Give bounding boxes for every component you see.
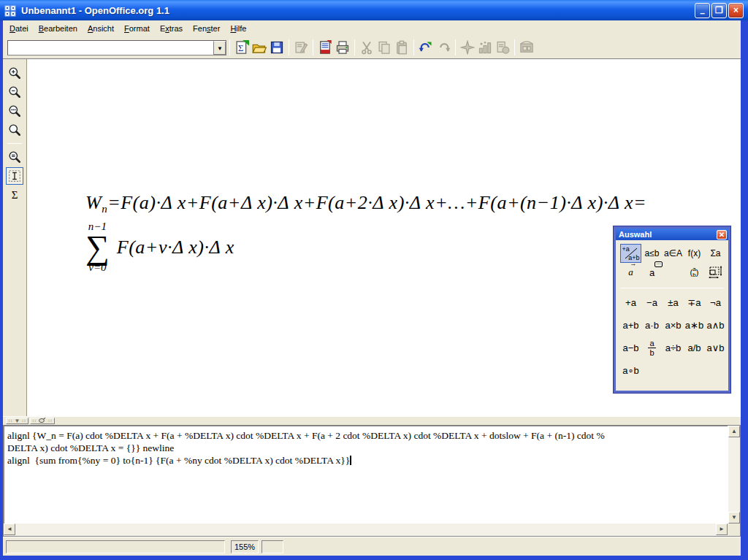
category-relations[interactable]: a≤b <box>641 244 663 263</box>
toolbar-separator <box>354 39 355 55</box>
scroll-right-icon[interactable]: ► <box>716 523 728 535</box>
formula-line-1: Wn=F(a)·Δ x+F(a+Δ x)·Δ x+F(a+2·Δ x)·Δ x+… <box>85 192 646 215</box>
palette-body: +a a+b a≤b a∈A f(x) Σa →a a⋯ (ab) <box>616 240 728 391</box>
cut-button <box>358 39 375 56</box>
symbol-a-minus-b[interactable]: a−b <box>620 337 641 359</box>
status-panel-mode <box>262 540 283 553</box>
menu-fenster[interactable]: Fenster <box>188 22 225 35</box>
scrollbar-corner <box>728 523 740 536</box>
zoom-100-button[interactable] <box>6 102 23 120</box>
insert-symbols-button <box>476 39 494 56</box>
command-vertical-scrollbar[interactable]: ▲ ▼ <box>728 426 740 523</box>
category-others[interactable]: a⋯ <box>641 263 663 282</box>
category-functions[interactable]: f(x) <box>684 244 705 263</box>
toolbar-separator <box>455 39 456 55</box>
menu-bearbeiten[interactable]: Bearbeiten <box>34 22 83 35</box>
toolbar-separator <box>413 39 414 55</box>
symbol-a-or-b[interactable]: a∨b <box>705 337 726 359</box>
symbol-minus-a[interactable]: −a <box>641 291 663 314</box>
zoom-in-button[interactable] <box>6 64 23 82</box>
function-toolbar: ▼ Σ <box>3 37 741 58</box>
status-panel-main <box>6 540 225 553</box>
palette-close-icon[interactable]: ✕ <box>717 230 727 239</box>
status-bar: 155% <box>3 537 741 556</box>
menu-extras[interactable]: Extras <box>155 22 188 35</box>
symbol-a-times-b[interactable]: a×b <box>663 314 684 337</box>
zoom-all-button[interactable] <box>6 121 23 139</box>
menu-hilfe[interactable]: Hilfe <box>225 22 251 35</box>
command-line: alignl {W_n = F(a) cdot %DELTA x + F(a +… <box>7 429 725 442</box>
palette-title-bar[interactable]: Auswahl ✕ <box>616 229 728 240</box>
status-zoom-level[interactable]: 155% <box>231 540 259 553</box>
edit-file-button <box>292 39 310 56</box>
symbol-a-circ-b[interactable]: a∘b <box>620 359 641 382</box>
text-cursor <box>350 456 351 465</box>
close-button[interactable]: × <box>728 3 744 18</box>
category-empty <box>663 263 684 282</box>
sum-lower-limit: ν=0 <box>88 262 106 273</box>
export-pdf-button[interactable] <box>316 39 334 56</box>
main-toolbar-vertical: Σ <box>3 59 27 416</box>
symbol-a-div-b[interactable]: a÷b <box>663 337 684 359</box>
scroll-down-icon[interactable]: ▼ <box>728 512 740 523</box>
category-brackets[interactable]: (ab) <box>684 263 705 282</box>
formula-cursor-button[interactable] <box>6 167 23 185</box>
symbol-plusminus-a[interactable]: ±a <box>663 291 684 314</box>
command-text-editor[interactable]: alignl {W_n = F(a) cdot %DELTA x + F(a +… <box>4 426 728 523</box>
command-window: alignl {W_n = F(a) cdot %DELTA x + F(a +… <box>3 426 741 537</box>
save-document-button[interactable] <box>268 39 286 56</box>
scroll-left-icon[interactable]: ◄ <box>4 523 15 535</box>
command-line: alignl {sum from{%ny = 0} to{n-1} {F(a +… <box>7 454 725 467</box>
symbol-a-plus-b[interactable]: a+b <box>620 314 641 337</box>
application-window: Unbenannt1 - OpenOffice.org 1.1 – ❐ × Da… <box>0 0 748 560</box>
svg-text:Σ: Σ <box>238 43 243 53</box>
split-handle-vertical[interactable]: ∷▼∷ <box>6 418 28 424</box>
title-bar: Unbenannt1 - OpenOffice.org 1.1 – ❐ × <box>0 0 748 20</box>
zoom-out-button[interactable] <box>6 83 23 101</box>
symbols-catalog-button[interactable]: Σ <box>6 186 23 204</box>
symbol-minusplus-a[interactable]: ∓a <box>684 291 705 314</box>
app-icon <box>4 4 17 17</box>
split-handle-tools[interactable]: ∷ ∷ <box>30 418 55 424</box>
formula-line-2: n−1 ∑ ν=0 F(a+ν·Δ x)·Δ x <box>85 221 646 273</box>
toolbar-separator <box>514 39 515 55</box>
menu-ansicht[interactable]: Ansicht <box>83 22 119 35</box>
symbol-neg-a[interactable]: ¬a <box>705 291 726 314</box>
menu-format[interactable]: Format <box>119 22 155 35</box>
scroll-up-icon[interactable]: ▲ <box>728 426 740 437</box>
combobox-dropdown-icon[interactable]: ▼ <box>213 41 226 55</box>
category-attributes[interactable]: →a <box>620 263 641 282</box>
toolbar-separator <box>313 39 313 55</box>
window-splitter[interactable]: ∷▼∷ ∷ ∷ <box>3 416 741 426</box>
load-url-input[interactable] <box>8 41 213 55</box>
minimize-button[interactable]: – <box>695 3 710 18</box>
new-formula-button[interactable]: Σ <box>233 39 251 56</box>
command-line: DELTA x) cdot %DELTA x = {}} newline <box>7 442 725 454</box>
category-formats[interactable] <box>705 263 726 282</box>
command-horizontal-scrollbar[interactable]: ◄ ► <box>4 523 728 536</box>
load-url-combobox[interactable]: ▼ <box>7 40 226 55</box>
symbol-a-over-b[interactable]: ab <box>641 337 663 359</box>
menu-datei[interactable]: Datei <box>4 22 34 35</box>
sum-expression: F(a+ν·Δ x)·Δ x <box>117 237 234 258</box>
gallery-button <box>518 39 535 56</box>
open-document-button[interactable] <box>251 39 268 56</box>
undo-button[interactable] <box>417 39 435 56</box>
redo-button <box>435 39 452 56</box>
print-button[interactable] <box>334 39 351 56</box>
navigator-button <box>459 39 476 56</box>
update-view-button[interactable] <box>6 148 23 166</box>
symbol-a-ast-b[interactable]: a∗b <box>684 314 705 337</box>
rendered-formula: Wn=F(a)·Δ x+F(a+Δ x)·Δ x+F(a+2·Δ x)·Δ x+… <box>85 192 646 273</box>
apply-style-button <box>494 39 511 56</box>
palette-symbol-grid: +a −a ±a ∓a ¬a a+b a·b a×b a∗b a∧b a−b a… <box>620 291 725 382</box>
symbol-a-and-b[interactable]: a∧b <box>705 314 726 337</box>
symbol-plus-a[interactable]: +a <box>620 291 641 314</box>
selection-palette-window: Auswahl ✕ +a a+b a≤b a∈A f(x) Σa →a <box>614 226 730 393</box>
symbol-a-cdot-b[interactable]: a·b <box>641 314 663 337</box>
maximize-button[interactable]: ❐ <box>711 3 727 18</box>
category-set-operations[interactable]: a∈A <box>663 244 684 263</box>
category-operators[interactable]: Σa <box>705 244 726 263</box>
palette-separator <box>620 288 724 288</box>
symbol-a-slash-b[interactable]: a/b <box>684 337 705 359</box>
